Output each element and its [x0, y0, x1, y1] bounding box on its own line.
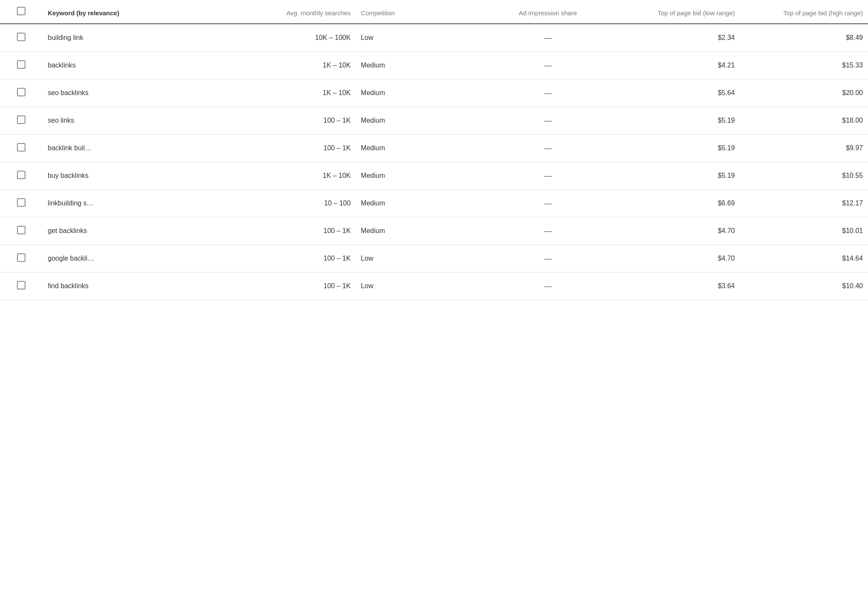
row-top-bid-high-7: $10.01 [740, 217, 868, 245]
row-ad-impression-4: — [484, 135, 612, 162]
row-checkbox-cell [0, 217, 43, 245]
header-ad-impression[interactable]: Ad impression share [484, 0, 612, 24]
row-top-bid-low-5: $5.19 [612, 162, 740, 190]
row-ad-impression-7: — [484, 217, 612, 245]
row-avg-3: 100 – 1K [199, 107, 356, 135]
header-checkbox[interactable] [17, 7, 25, 15]
row-checkbox-wrapper-5[interactable] [17, 171, 25, 179]
row-competition-4: Medium [356, 135, 484, 162]
row-keyword-7: get backlinks [43, 217, 199, 245]
row-checkbox-wrapper-3[interactable] [17, 115, 25, 124]
row-competition-2: Medium [356, 79, 484, 107]
row-top-bid-high-3: $18.00 [740, 107, 868, 135]
row-checkbox-wrapper-0[interactable] [17, 33, 25, 41]
row-top-bid-low-1: $4.21 [612, 52, 740, 79]
row-competition-0: Low [356, 24, 484, 52]
header-avg-monthly[interactable]: Avg. monthly searches [199, 0, 356, 24]
row-top-bid-low-8: $4.70 [612, 245, 740, 272]
header-avg-label: Avg. monthly searches [287, 9, 351, 17]
row-top-bid-high-1: $15.33 [740, 52, 868, 79]
header-top-bid-high[interactable]: Top of page bid (high range) [740, 0, 868, 24]
row-checkbox-cell [0, 272, 43, 300]
row-checkbox-2[interactable] [17, 88, 25, 96]
header-keyword[interactable]: Keyword (by relevance) [43, 0, 199, 24]
row-top-bid-low-3: $5.19 [612, 107, 740, 135]
table-row: linkbuilding s… 10 – 100 Medium — $6.69 … [0, 190, 868, 217]
row-keyword-3: seo links [43, 107, 199, 135]
row-avg-4: 100 – 1K [199, 135, 356, 162]
row-checkbox-4[interactable] [17, 143, 25, 152]
row-ad-impression-2: — [484, 79, 612, 107]
row-competition-9: Low [356, 272, 484, 300]
table-row: backlinks 1K – 10K Medium — $4.21 $15.33 [0, 52, 868, 79]
table-row: seo backlinks 1K – 10K Medium — $5.64 $2… [0, 79, 868, 107]
row-top-bid-low-6: $6.69 [612, 190, 740, 217]
row-competition-5: Medium [356, 162, 484, 190]
table-row: google backli… 100 – 1K Low — $4.70 $14.… [0, 245, 868, 272]
row-top-bid-high-6: $12.17 [740, 190, 868, 217]
row-checkbox-6[interactable] [17, 198, 25, 207]
header-checkbox-cell [0, 0, 43, 24]
row-checkbox-7[interactable] [17, 226, 25, 234]
row-top-bid-low-0: $2.34 [612, 24, 740, 52]
row-ad-impression-5: — [484, 162, 612, 190]
row-top-bid-high-2: $20.00 [740, 79, 868, 107]
table-row: backlink buil… 100 – 1K Medium — $5.19 $… [0, 135, 868, 162]
row-checkbox-1[interactable] [17, 60, 25, 69]
table-row: seo links 100 – 1K Medium — $5.19 $18.00 [0, 107, 868, 135]
row-checkbox-3[interactable] [17, 115, 25, 124]
row-competition-6: Medium [356, 190, 484, 217]
row-checkbox-wrapper-1[interactable] [17, 60, 25, 69]
row-checkbox-cell [0, 190, 43, 217]
row-competition-1: Medium [356, 52, 484, 79]
row-ad-impression-0: — [484, 24, 612, 52]
row-keyword-8: google backli… [43, 245, 199, 272]
row-top-bid-low-7: $4.70 [612, 217, 740, 245]
row-checkbox-wrapper-6[interactable] [17, 198, 25, 207]
header-checkbox-wrapper[interactable] [17, 7, 25, 15]
table-row: get backlinks 100 – 1K Medium — $4.70 $1… [0, 217, 868, 245]
row-avg-9: 100 – 1K [199, 272, 356, 300]
row-top-bid-low-9: $3.64 [612, 272, 740, 300]
row-avg-5: 1K – 10K [199, 162, 356, 190]
row-checkbox-cell [0, 79, 43, 107]
table-row: find backlinks 100 – 1K Low — $3.64 $10.… [0, 272, 868, 300]
header-top-bid-low[interactable]: Top of page bid (low range) [612, 0, 740, 24]
row-top-bid-high-8: $14.64 [740, 245, 868, 272]
row-checkbox-cell [0, 52, 43, 79]
row-avg-7: 100 – 1K [199, 217, 356, 245]
row-ad-impression-3: — [484, 107, 612, 135]
header-top-bid-low-label: Top of page bid (low range) [657, 9, 735, 17]
row-ad-impression-1: — [484, 52, 612, 79]
table-row: buy backlinks 1K – 10K Medium — $5.19 $1… [0, 162, 868, 190]
row-keyword-9: find backlinks [43, 272, 199, 300]
header-competition[interactable]: Competition [356, 0, 484, 24]
header-ad-label: Ad impression share [519, 9, 577, 17]
row-ad-impression-8: — [484, 245, 612, 272]
row-checkbox-5[interactable] [17, 171, 25, 179]
row-keyword-5: buy backlinks [43, 162, 199, 190]
row-competition-3: Medium [356, 107, 484, 135]
keyword-table: Keyword (by relevance) Avg. monthly sear… [0, 0, 868, 300]
row-checkbox-wrapper-9[interactable] [17, 281, 25, 289]
row-checkbox-wrapper-7[interactable] [17, 226, 25, 234]
row-keyword-6: linkbuilding s… [43, 190, 199, 217]
row-competition-7: Medium [356, 217, 484, 245]
row-checkbox-cell [0, 24, 43, 52]
row-checkbox-cell [0, 135, 43, 162]
row-keyword-4: backlink buil… [43, 135, 199, 162]
row-top-bid-low-4: $5.19 [612, 135, 740, 162]
row-checkbox-wrapper-8[interactable] [17, 253, 25, 262]
header-competition-label: Competition [361, 9, 395, 17]
row-checkbox-9[interactable] [17, 281, 25, 289]
header-keyword-label: Keyword (by relevance) [48, 9, 119, 17]
header-top-bid-high-label: Top of page bid (high range) [783, 9, 863, 17]
row-avg-6: 10 – 100 [199, 190, 356, 217]
row-checkbox-wrapper-4[interactable] [17, 143, 25, 152]
row-keyword-2: seo backlinks [43, 79, 199, 107]
row-checkbox-8[interactable] [17, 253, 25, 262]
row-keyword-0: building link [43, 24, 199, 52]
row-checkbox-wrapper-2[interactable] [17, 88, 25, 96]
row-competition-8: Low [356, 245, 484, 272]
row-checkbox-0[interactable] [17, 33, 25, 41]
